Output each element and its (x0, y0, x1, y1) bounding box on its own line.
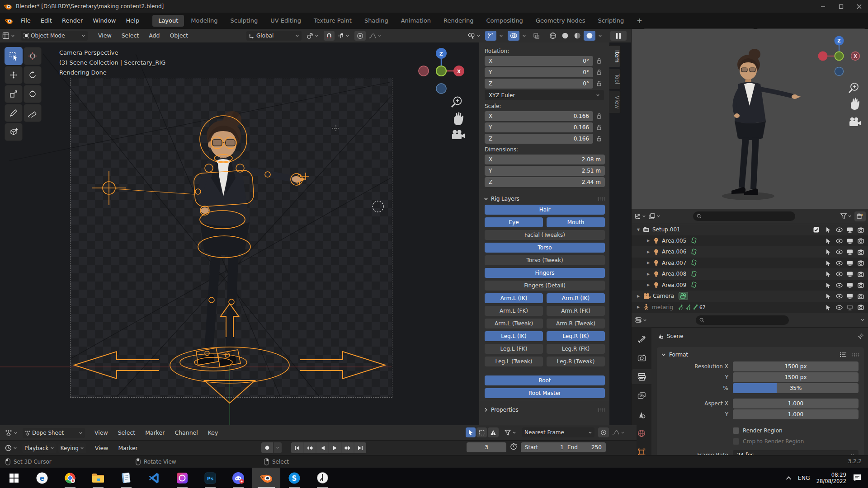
properties-tab-tool[interactable] (632, 332, 651, 347)
lock-icon[interactable] (593, 69, 605, 75)
rig-layer-root-master[interactable]: Root Master (485, 388, 605, 398)
shading-wireframe-button[interactable] (547, 31, 559, 41)
restrict-select-icon[interactable] (824, 226, 832, 234)
dope-menu-view[interactable]: View (90, 427, 112, 439)
editor-type-button[interactable] (634, 213, 646, 220)
rig-layer-fingers[interactable]: Fingers (485, 268, 605, 278)
mode-dropdown[interactable]: Object Mode (21, 31, 88, 41)
dope-sheet-mode-dropdown[interactable]: Dope Sheet (23, 428, 85, 438)
menu-file[interactable]: File (16, 15, 36, 27)
language-indicator[interactable]: ENG (798, 474, 810, 481)
frame-rate-dropdown[interactable]: 24 fps (733, 450, 859, 455)
taskbar-app-chrome[interactable] (56, 468, 84, 488)
only-show-errors-toggle[interactable] (488, 427, 499, 437)
cursor-tool-button[interactable] (24, 47, 42, 65)
taskbar-clock[interactable]: 08:29 28/08/2022 (816, 472, 846, 484)
restrict-select-icon[interactable] (824, 237, 832, 245)
tab-layout[interactable]: Layout (152, 15, 184, 27)
rig-layer-leg-r-ik-[interactable]: Leg.R (IK) (547, 331, 605, 341)
record-button[interactable] (261, 442, 273, 453)
transform-orientation-dropdown[interactable]: Global (246, 31, 302, 41)
tab-compositing[interactable]: Compositing (480, 15, 529, 27)
properties-tab-scene[interactable] (632, 407, 651, 422)
taskbar-app-edge[interactable]: e (28, 468, 56, 488)
rotation-z-field[interactable]: Z0° (485, 79, 593, 89)
taskbar-app-discord[interactable] (224, 468, 252, 488)
restrict-select-icon[interactable] (824, 248, 832, 256)
breadcrumb-scene[interactable]: Scene (667, 333, 684, 339)
taskbar-app-skype[interactable]: S (280, 468, 308, 488)
rotation-y-field[interactable]: Y0° (485, 67, 593, 77)
rig-layer-torso[interactable]: Torso (485, 243, 605, 253)
disable-viewport-icon[interactable] (846, 259, 854, 267)
scale-z-field[interactable]: Z0.166 (485, 134, 593, 144)
playback-dropdown[interactable]: Playback (22, 443, 57, 453)
outliner-row-area-008[interactable]: ▶Area.008 (632, 268, 868, 280)
expand-icon[interactable]: ▶ (645, 261, 651, 265)
properties-tab-view-layer[interactable] (632, 388, 651, 403)
close-button[interactable] (850, 0, 868, 13)
scale-y-field[interactable]: Y0.166 (485, 122, 593, 132)
disable-render-icon[interactable] (857, 292, 865, 300)
overlays-dropdown[interactable] (520, 31, 528, 41)
disable-viewport-icon[interactable] (846, 237, 854, 245)
editor-type-button[interactable] (635, 317, 647, 323)
list-options-icon[interactable] (840, 352, 847, 357)
viewport-menu-object[interactable]: Object (165, 30, 192, 42)
lock-icon[interactable] (593, 136, 605, 142)
play-button[interactable] (329, 442, 341, 453)
tab-geometry-nodes[interactable]: Geometry Nodes (530, 15, 591, 27)
taskbar-app-notepad[interactable] (112, 468, 140, 488)
aspect-0-field[interactable]: 1.000 (733, 399, 859, 408)
hide-icon[interactable] (835, 259, 843, 267)
lock-icon[interactable] (593, 58, 605, 64)
tab-sculpting[interactable]: Sculpting (224, 15, 264, 27)
add-workspace-button[interactable]: + (631, 15, 648, 27)
show-gizmo-toggle[interactable] (485, 31, 496, 41)
select-box-tool-button[interactable] (5, 47, 23, 65)
rotation-x-field[interactable]: X0° (485, 56, 593, 66)
blender-menu-icon[interactable] (5, 17, 13, 25)
checkbox-render-region[interactable]: Render Region (733, 427, 783, 434)
restrict-select-icon[interactable] (824, 292, 832, 300)
expand-icon[interactable]: ▶ (645, 239, 651, 243)
show-overlays-toggle[interactable] (508, 31, 519, 41)
restrict-select-icon[interactable] (824, 282, 832, 289)
checkbox-crop-to-render-region[interactable]: Crop to Render Region (733, 438, 804, 445)
minimize-button[interactable] (814, 0, 832, 13)
resolution-2-field[interactable]: 35% (733, 383, 859, 393)
aspect-1-field[interactable]: 1.000 (733, 409, 859, 419)
snap-toggle[interactable] (324, 31, 335, 41)
proportional-editing-toggle[interactable] (598, 427, 609, 437)
disable-render-icon[interactable] (857, 304, 865, 311)
timeline-menu-marker[interactable]: Marker (114, 442, 142, 454)
restrict-select-icon[interactable] (824, 304, 832, 311)
taskbar-app-explorer[interactable] (84, 468, 112, 488)
rig-layer-leg-l-fk-[interactable]: Leg.L (FK) (485, 344, 543, 354)
gizmo-dropdown[interactable] (497, 31, 505, 41)
play-reverse-button[interactable] (316, 442, 328, 453)
panel-grip-icon[interactable] (852, 353, 859, 357)
disable-viewport-icon[interactable] (846, 304, 854, 311)
editor-type-button[interactable] (3, 428, 20, 438)
collapse-icon[interactable]: ▼ (635, 228, 642, 232)
disable-render-icon[interactable] (857, 282, 865, 289)
use-preview-range-toggle[interactable] (510, 442, 517, 450)
dope-menu-select[interactable]: Select (114, 427, 140, 439)
pause-render-button[interactable] (610, 31, 627, 41)
viewport-menu-add[interactable]: Add (145, 30, 164, 42)
panel-grip-icon[interactable] (597, 197, 605, 201)
resolution-0-field[interactable]: 1500 px (733, 361, 859, 371)
jump-to-end-button[interactable] (354, 442, 366, 453)
outliner-search-input[interactable] (693, 211, 795, 221)
expand-icon[interactable]: ▶ (645, 250, 651, 254)
record-options-dropdown[interactable] (274, 442, 282, 453)
disable-viewport-icon[interactable] (846, 270, 854, 278)
taskbar-app-creative-cloud[interactable] (168, 468, 196, 488)
filter-dropdown[interactable] (502, 427, 519, 437)
rotation-mode-dropdown[interactable]: XYZ Euler (485, 90, 604, 100)
timeline-menu-view[interactable]: View (91, 442, 113, 454)
rig-layers-panel-header[interactable]: Rig Layers (479, 193, 609, 205)
disable-render-icon[interactable] (857, 237, 865, 245)
maximize-button[interactable] (832, 0, 850, 13)
